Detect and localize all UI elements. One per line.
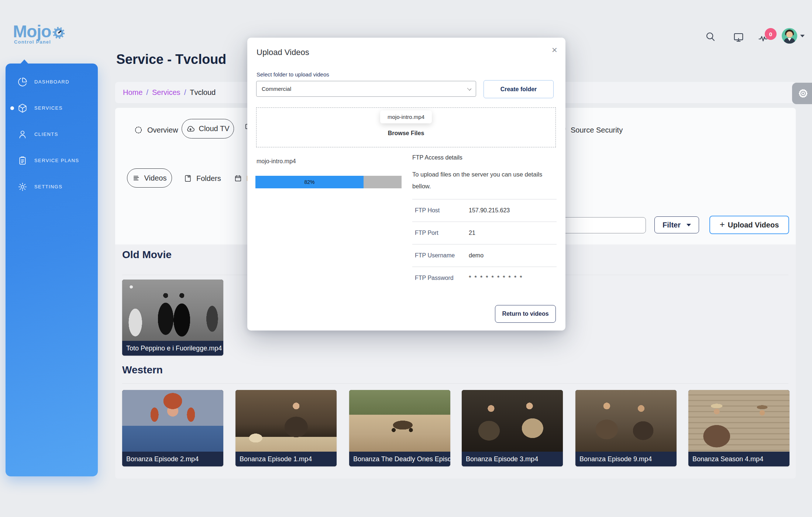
divider xyxy=(122,383,788,384)
video-card[interactable]: Bonanza Episode 2.mp4 xyxy=(122,390,223,466)
breadcrumb-services[interactable]: Services xyxy=(152,88,180,97)
sidebar-item-service-plans[interactable]: SERVICE PLANS xyxy=(6,147,98,174)
chevron-down-icon xyxy=(467,86,471,90)
gear-icon xyxy=(797,88,809,99)
dropzone[interactable]: mojo-intro.mp4 Browse Files xyxy=(256,107,556,147)
video-thumbnail xyxy=(575,390,677,452)
video-card[interactable]: Bonanza Episode 9.mp4 xyxy=(575,390,677,466)
breadcrumb-current: Tvcloud xyxy=(190,88,216,97)
tab-label: Overview xyxy=(147,126,178,134)
settings-flyout-button[interactable] xyxy=(792,83,812,104)
video-caption: Bonanza Episode 9.mp4 xyxy=(575,452,677,466)
user-icon xyxy=(18,130,27,139)
tab-label: Folders xyxy=(196,174,221,183)
tab-cloud-tv[interactable]: Cloud TV xyxy=(182,119,234,138)
filter-button[interactable]: Filter xyxy=(654,216,699,233)
search-input[interactable] xyxy=(554,217,646,233)
breadcrumb-home[interactable]: Home xyxy=(123,88,142,97)
upload-videos-modal: Upload Videos × Select folder to upload … xyxy=(247,38,565,331)
tab-videos[interactable]: Videos xyxy=(127,168,172,188)
create-folder-button[interactable]: Create folder xyxy=(484,80,554,98)
video-card[interactable]: Bonanza Episode 1.mp4 xyxy=(235,390,337,466)
folder-select-label: Select folder to upload videos xyxy=(257,71,329,78)
pie-chart-icon xyxy=(18,77,27,87)
section-heading-old-movie: Old Movie xyxy=(122,249,172,261)
video-thumbnail xyxy=(235,390,337,452)
return-to-videos-button[interactable]: Return to videos xyxy=(495,305,556,323)
cube-icon xyxy=(18,103,27,113)
video-thumbnail xyxy=(122,390,223,452)
seal-icon xyxy=(134,126,143,134)
monitor-icon[interactable] xyxy=(733,32,744,43)
breadcrumb-separator: / xyxy=(184,88,186,97)
upload-progress-bar: 82% xyxy=(255,176,402,188)
video-caption: Bonanza Episode 1.mp4 xyxy=(235,452,337,466)
video-caption: Toto Peppino e i Fuorilegge.mp4 xyxy=(122,341,223,356)
section-heading-western: Western xyxy=(122,364,163,376)
active-indicator-dot xyxy=(10,106,14,110)
chevron-down-icon xyxy=(687,224,691,226)
ftp-row: FTP Username demo xyxy=(412,244,557,267)
ftp-row-value: 157.90.215.623 xyxy=(469,207,510,214)
plus-icon: + xyxy=(720,219,725,230)
app-window: Mojo Control Panel 0 xyxy=(0,0,812,517)
ftp-row-value: * * * * * * * * * * xyxy=(469,274,523,282)
tab-overview[interactable]: Overview xyxy=(134,122,178,138)
sidebar-item-label: SERVICES xyxy=(34,105,63,111)
search-icon[interactable] xyxy=(705,31,716,42)
sidebar-item-services[interactable]: SERVICES xyxy=(6,95,98,121)
tab-label: Source Security xyxy=(571,126,623,134)
video-caption: Bonanza Season 4.mp4 xyxy=(688,452,789,466)
ftp-row-label: FTP Username xyxy=(412,252,469,259)
sidebar-item-settings[interactable]: SETTINGS xyxy=(6,174,98,200)
clipboard-icon xyxy=(18,156,27,165)
sidebar-item-clients[interactable]: CLIENTS xyxy=(6,121,98,147)
video-card[interactable]: Bonanza Episode 3.mp4 xyxy=(462,390,563,466)
ftp-row: FTP Password * * * * * * * * * * xyxy=(412,267,557,289)
video-caption: Bonanza Episode 2.mp4 xyxy=(122,452,223,466)
tab-label: Cloud TV xyxy=(199,124,229,133)
ftp-heading: FTP Access details xyxy=(412,154,557,161)
sidebar-item-label: CLIENTS xyxy=(34,131,58,137)
tab-source-security[interactable]: Source Security xyxy=(559,122,623,138)
ftp-row-value: 21 xyxy=(469,230,475,236)
brand-logo[interactable]: Mojo Control Panel xyxy=(13,21,66,45)
ftp-table: FTP Host 157.90.215.623 FTP Port 21 FTP … xyxy=(412,199,557,289)
ftp-row-label: FTP Host xyxy=(412,207,469,214)
ftp-row: FTP Host 157.90.215.623 xyxy=(412,199,557,222)
tab-label: Videos xyxy=(144,174,167,182)
close-icon[interactable]: × xyxy=(552,45,557,55)
tab-folders[interactable]: Folders xyxy=(184,171,221,185)
ftp-row-value: demo xyxy=(469,252,484,259)
ftp-description: To upload files on the server you can us… xyxy=(412,168,557,192)
ftp-row-label: FTP Password xyxy=(412,275,469,281)
video-thumbnail xyxy=(688,390,789,452)
page-title: Service - Tvcloud xyxy=(116,52,226,67)
video-thumbnail xyxy=(122,280,223,341)
cloud-upload-icon xyxy=(186,124,195,133)
notification-badge[interactable]: 0 xyxy=(765,28,777,40)
video-thumbnail xyxy=(349,390,450,452)
filter-label: Filter xyxy=(663,221,681,229)
chevron-down-icon[interactable] xyxy=(800,35,805,37)
folder-select[interactable]: Commercial xyxy=(256,81,476,97)
folder-select-value: Commercial xyxy=(262,86,291,92)
video-caption: Bonanza The Deadly Ones Episode xyxy=(349,452,450,466)
sidebar-item-dashboard[interactable]: DASHBOARD xyxy=(6,69,98,95)
avatar[interactable] xyxy=(782,28,797,44)
video-card[interactable]: Bonanza The Deadly Ones Episode xyxy=(349,390,450,466)
list-icon xyxy=(133,174,141,182)
video-card[interactable]: Toto Peppino e i Fuorilegge.mp4 xyxy=(122,280,223,356)
modal-title: Upload Videos xyxy=(257,48,309,57)
uploading-file-name: mojo-intro.mp4 xyxy=(257,158,296,165)
sidebar-item-label: SERVICE PLANS xyxy=(34,158,79,163)
upload-progress-label: 82% xyxy=(304,179,315,185)
video-card[interactable]: Bonanza Season 4.mp4 xyxy=(688,390,789,466)
upload-progress-fill: 82% xyxy=(255,176,364,188)
upload-label: Upload Videos xyxy=(728,221,779,229)
sidebar-item-label: SETTINGS xyxy=(34,184,62,189)
cog-icon xyxy=(18,182,27,192)
upload-videos-button[interactable]: + Upload Videos xyxy=(709,216,789,234)
browse-files-button[interactable]: Browse Files xyxy=(257,130,555,137)
gear-o-icon xyxy=(52,25,66,40)
